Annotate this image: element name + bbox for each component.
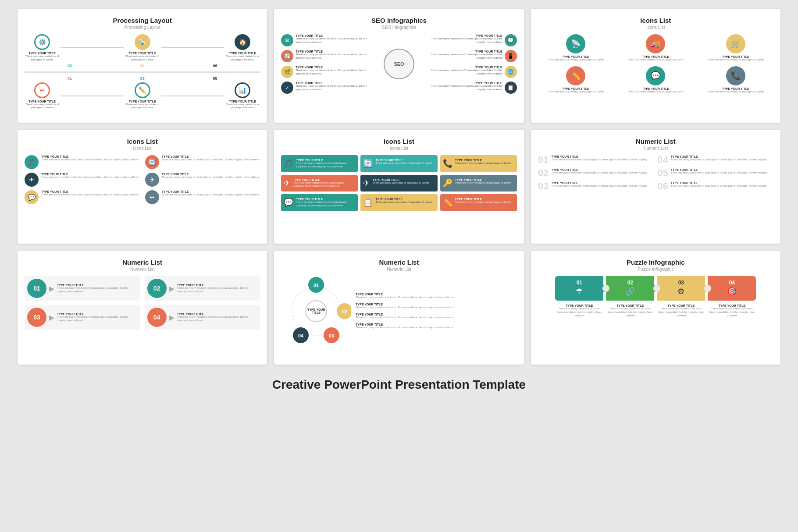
proc-item-5: ✏️ TYPE YOUR TITLE There are many variat… (125, 82, 160, 110)
slide7-subtitle: Numeric List (25, 267, 260, 272)
proc-label-1: TYPE YOUR TITLE (28, 52, 56, 55)
slide-grid: Processing Layout Processing Layout ⚙️ T… (18, 9, 780, 365)
num-arrow-circle-3: 03 (27, 308, 46, 327)
proc-bottom-row: ↩ TYPE YOUR TITLE There are many variati… (25, 82, 260, 110)
seo-icon-4: ✓ (281, 82, 293, 94)
tile-icon-9: ✏️ (443, 198, 452, 207)
slide8-title: Numeric List (281, 259, 517, 266)
puzzle-icon-3: ⚙ (661, 287, 701, 296)
seo-content: ✉ TYPE YOUR TITLE There are many variati… (281, 34, 517, 94)
icons-2col-content: 🎵 TYPE YOUR TITLE There are many variati… (25, 155, 260, 204)
proc-line-4 (161, 96, 224, 96)
slide-numeric-4: Numeric List Numeric List 01 ▶ TYPE YOUR… (18, 251, 267, 365)
tile-text-5: TYPE YOUR TITLE There are many variation… (372, 178, 429, 185)
proc-line-3 (61, 96, 124, 96)
icon-list-circle-1: 🎵 (25, 155, 39, 169)
slide5-subtitle: Icons List (281, 146, 517, 151)
puzzle-text-1: TYPE YOUR TITLE There are many variation… (555, 304, 603, 317)
num-arrow-2: 02 ▶ TYPE YOUR TITLE There are many vari… (145, 276, 260, 301)
puzzle-piece-3: 03 ⚙ (657, 276, 705, 301)
seo-icon-1: ✉ (281, 34, 293, 46)
tile-text-7: TYPE YOUR TITLE There are many variation… (296, 198, 355, 208)
tile-2: 🔄 TYPE YOUR TITLE There are many variati… (360, 155, 437, 172)
num-badge-3: 02 (538, 168, 549, 178)
svg-text:03: 03 (329, 333, 334, 338)
icon-list-text-1: TYPE YOUR TITLE There are many variation… (41, 155, 139, 162)
slide2-title: SEO Infographics (281, 17, 517, 24)
slide-icons-tiles: Icons List Icons List 🎵 TYPE YOUR TITLE … (274, 130, 524, 244)
slide2-subtitle: SEO Infographics (281, 25, 517, 30)
icon-list-circle-3: ✈ (25, 173, 39, 187)
slide-icons-list-v: Icons List Icons List 📡 TYPE YOUR TITLE … (531, 9, 780, 123)
seo-icon-2: 🔄 (281, 50, 293, 62)
num-badge-2: 04 (657, 155, 668, 165)
puzzle-text-4: TYPE YOUR TITLE There are many variation… (708, 304, 756, 317)
num-text-5: TYPE YOUR TITLE There are many variation… (551, 181, 647, 188)
circ-text-1: TYPE YOUR TITLE There are many variation… (356, 293, 517, 299)
icon-v-3: 🛒 TYPE YOUR TITLE There are many variati… (698, 34, 773, 62)
num-arrow-text-2: TYPE YOUR TITLE There are many variation… (177, 284, 258, 294)
icon-v-6: 📞 TYPE YOUR TITLE There are many variati… (698, 66, 773, 94)
slide-processing-layout: Processing Layout Processing Layout ⚙️ T… (18, 9, 267, 123)
proc-desc-6: There are many variations of passages of… (225, 103, 260, 110)
seo-text-1: TYPE YOUR TITLE There are many variation… (296, 34, 374, 44)
proc-num-02: 02 (68, 64, 72, 68)
tile-9: ✏️ TYPE YOUR TITLE There are many variat… (440, 194, 517, 211)
icon-list-text-5: TYPE YOUR TITLE There are many variation… (41, 190, 139, 197)
puzzle-text-3: TYPE YOUR TITLE There are many variation… (657, 304, 705, 317)
num-badge-4: 05 (657, 168, 668, 178)
seo-text-3: TYPE YOUR TITLE There are many variation… (296, 66, 374, 76)
puzzle-pieces-row: 01 ☂ 02 🔗 (538, 276, 773, 301)
circ-text-4: TYPE YOUR TITLE There are many variation… (356, 323, 517, 330)
tile-3: 📞 TYPE YOUR TITLE There are many variati… (440, 155, 517, 172)
seo-text-4: TYPE YOUR TITLE There are many variation… (296, 82, 374, 92)
proc-item-6: 📊 TYPE YOUR TITLE There are many variati… (225, 82, 260, 110)
proc-circle-5: ✏️ (135, 82, 150, 98)
tile-text-1: TYPE YOUR TITLE There are many variation… (296, 159, 355, 169)
proc-num-06: 06 (213, 64, 217, 68)
proc-divider (25, 71, 260, 73)
num-item-6: 06 TYPE YOUR TITLE There are many variat… (657, 181, 773, 191)
slide3-subtitle: Icons List (538, 25, 773, 30)
numeric-4-content: 01 ▶ TYPE YOUR TITLE There are many vari… (25, 276, 260, 330)
puzzle-piece-4: 04 🎯 (708, 276, 756, 301)
seo-text-5: TYPE YOUR TITLE There are many variation… (424, 34, 502, 44)
icon-list-2: 🔄 TYPE YOUR TITLE There are many variati… (145, 155, 260, 169)
proc-circle-2: 📡 (135, 34, 150, 50)
tile-icon-5: ✈ (363, 178, 370, 188)
icon-list-5: 💬 TYPE YOUR TITLE There are many variati… (25, 190, 140, 204)
proc-label-4: TYPE YOUR TITLE (28, 100, 56, 103)
seo-text-7: TYPE YOUR TITLE There are many variation… (424, 66, 502, 76)
tile-8: 📋 TYPE YOUR TITLE There are many variati… (360, 194, 437, 211)
slide6-subtitle: Numeric List (538, 146, 773, 151)
slide-icons-list-2col: Icons List Icons List 🎵 TYPE YOUR TITLE … (18, 130, 267, 244)
seo-text-6: TYPE YOUR TITLE There are many variation… (424, 50, 502, 60)
tile-icon-6: 🔑 (443, 178, 452, 188)
slide-numeric-6: Numeric List Numeric List 01 TYPE YOUR T… (531, 130, 780, 244)
num-item-3: 02 TYPE YOUR TITLE There are many variat… (538, 168, 654, 178)
num-arrow-3: 03 ▶ TYPE YOUR TITLE There are many vari… (25, 305, 140, 330)
num-badge-5: 03 (538, 181, 549, 191)
seo-icon-3: 🌿 (281, 66, 293, 78)
tile-text-8: TYPE YOUR TITLE There are many variation… (375, 198, 432, 204)
seo-item-4: ✓ TYPE YOUR TITLE There are many variati… (281, 82, 374, 94)
tile-1: 🎵 TYPE YOUR TITLE There are many variati… (281, 155, 358, 172)
circ-text-2: TYPE YOUR TITLE There are many variation… (356, 303, 517, 309)
num-item-2: 04 TYPE YOUR TITLE There are many variat… (657, 155, 773, 165)
icon-list-text-4: TYPE YOUR TITLE There are many variation… (162, 173, 260, 179)
puzzle-icon-2: 🔗 (610, 287, 650, 296)
icon-v-2: 🚚 TYPE YOUR TITLE There are many variati… (618, 34, 693, 62)
num-item-5: 03 TYPE YOUR TITLE There are many variat… (538, 181, 654, 191)
proc-numbers-top: 02 04 06 (25, 64, 260, 68)
icon-v-circle-2: 🚚 (646, 34, 665, 53)
proc-circle-4: ↩ (34, 82, 50, 98)
proc-label-3: TYPE YOUR TITLE (229, 52, 256, 55)
tile-4: ✈ TYPE YOUR TITLE There are many variati… (281, 175, 358, 192)
tile-5: ✈ TYPE YOUR TITLE There are many variati… (360, 175, 437, 192)
svg-text:01: 01 (314, 283, 319, 288)
slide3-title: Icons List (538, 17, 773, 24)
puzzle-piece-1: 01 ☂ (555, 276, 603, 301)
icon-list-circle-2: 🔄 (145, 155, 159, 169)
slide1-title: Processing Layout (25, 17, 260, 24)
icon-list-text-2: TYPE YOUR TITLE There are many variation… (162, 155, 260, 162)
